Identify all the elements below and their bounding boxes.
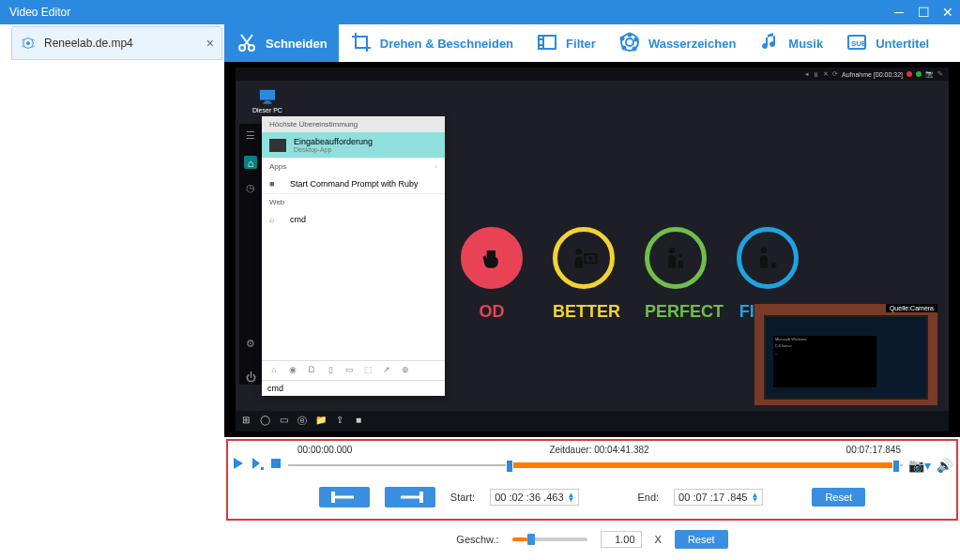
tool-filter-label: Filter (566, 37, 596, 51)
svg-point-17 (575, 249, 582, 255)
svg-point-10 (622, 46, 625, 49)
snapshot-button[interactable]: 📷▾ (908, 458, 931, 473)
tool-subtitle[interactable]: SUB Untertitel (834, 24, 940, 62)
svg-text:SUB: SUB (851, 39, 867, 48)
clock-icon: ◷ (244, 182, 257, 195)
camera-label: Quelle:Camera (886, 304, 937, 312)
scissors-icon (236, 31, 258, 56)
stop-button[interactable] (269, 457, 282, 474)
recorder-topbar: ◂⏸✕⟳ Aufnahme [00:00:32] 📷✎ (236, 68, 949, 81)
speed-row: Geschw.: 1.00 X Reset (224, 530, 960, 549)
power-icon: ⏻ (244, 371, 257, 385)
start-field[interactable]: 00 :02 :36 .463▲▼ (490, 489, 579, 506)
search-cat-web: Web (262, 193, 445, 210)
cmd-icon (269, 139, 286, 152)
filter-icon (536, 31, 558, 56)
tool-subtitle-label: Untertitel (876, 37, 929, 51)
circle-family (645, 227, 707, 289)
titlebar: Video Editor ─ ☐ ✕ (0, 0, 960, 24)
tool-watermark[interactable]: Wasserzeichen (607, 24, 747, 62)
file-icon (20, 37, 37, 50)
file-tab-close[interactable]: × (206, 36, 214, 51)
svg-point-7 (628, 33, 631, 36)
tool-filter[interactable]: Filter (525, 24, 607, 62)
speed-label: Geschw.: (456, 534, 498, 545)
timeline-track[interactable] (288, 460, 903, 471)
handle-end[interactable] (892, 460, 900, 473)
hamburger-icon: ☰ (244, 129, 257, 143)
time-duration: Zeitdauer: 00:04:41.382 (549, 445, 648, 455)
svg-rect-25 (331, 492, 335, 503)
preview-taskbar: ⊞◯▭ⓔ📁⇪■ (236, 411, 949, 431)
tool-cut[interactable]: Schneiden (224, 24, 339, 62)
camera-pip: Quelle:Camera Microsoft WindowsC:\Users>… (754, 304, 937, 405)
spinner-icon[interactable]: ▲▼ (568, 492, 575, 502)
desktop-pc-icon: Dieser PC (252, 88, 282, 114)
svg-point-8 (634, 38, 637, 40)
time-end-label: 00:07:17.845 (846, 445, 901, 455)
volume-button[interactable]: 🔊 (937, 458, 952, 473)
sidebar (0, 62, 224, 560)
svg-rect-15 (265, 101, 269, 103)
maximize-button[interactable]: ☐ (911, 0, 936, 24)
slider-thumb[interactable] (527, 534, 535, 545)
svg-rect-16 (263, 102, 271, 103)
end-label: End: (637, 492, 659, 503)
svg-rect-4 (539, 36, 556, 49)
spinner-icon[interactable]: ▲▼ (752, 492, 759, 502)
search-result-app1: ■ Start Command Prompt with Ruby (262, 174, 445, 193)
search-filter-icons: ⌂◉🗋▯▭⬚↗⊕ (262, 360, 445, 380)
svg-point-19 (588, 257, 592, 261)
start-label: Start: (450, 492, 475, 503)
svg-point-9 (632, 47, 635, 50)
handle-start[interactable] (506, 460, 513, 473)
tool-music[interactable]: Musik (747, 24, 834, 62)
speed-value[interactable]: 1.00 (601, 531, 642, 548)
play-button[interactable] (232, 457, 245, 474)
speed-suffix: X (655, 534, 662, 545)
svg-point-22 (761, 248, 768, 254)
search-result-top: EingabeaufforderungDesktop-App (262, 132, 445, 158)
file-tab-label: Reneelab.de.mp4 (44, 37, 133, 50)
file-tab[interactable]: Reneelab.de.mp4 × (11, 26, 222, 60)
search-cat-apps: Apps› (262, 158, 445, 174)
play-range-button[interactable] (251, 457, 264, 474)
svg-rect-14 (260, 90, 275, 100)
svg-rect-26 (419, 492, 423, 503)
time-start-label: 00:00:00.000 (297, 445, 352, 455)
tool-music-label: Musik (788, 37, 823, 51)
tool-cut-label: Schneiden (266, 37, 328, 51)
set-start-button[interactable] (319, 487, 370, 507)
close-button[interactable]: ✕ (936, 0, 960, 24)
music-icon (758, 31, 781, 56)
circle-person-cat (737, 227, 799, 289)
timeline-panel: 00:00:00.000 Zeitdauer: 00:04:41.382 00:… (226, 439, 958, 521)
minimize-button[interactable]: ─ (887, 0, 911, 24)
app-title: Video Editor (9, 6, 70, 19)
svg-rect-24 (271, 459, 281, 468)
search-result-web1: ⌕ cmd (262, 210, 445, 229)
reset-speed-button[interactable]: Reset (675, 530, 728, 549)
tool-watermark-label: Wasserzeichen (648, 37, 736, 51)
reset-time-button[interactable]: Reset (812, 488, 865, 507)
preview-circles (461, 227, 799, 289)
search-header: Höchste Übereinstimmung (262, 116, 445, 132)
start-leftbar: ☰ ⌂ ◷ ⚙ ⏻ (239, 124, 262, 385)
search-panel: Höchste Übereinstimmung Eingabeaufforder… (262, 116, 445, 396)
rec-label: Aufnahme [00:00:32] (842, 71, 903, 78)
gear-icon: ⚙ (244, 338, 257, 351)
speed-slider[interactable] (512, 537, 587, 541)
set-end-button[interactable] (385, 487, 435, 507)
home-icon: ⌂ (244, 156, 257, 169)
svg-point-20 (669, 248, 676, 254)
svg-rect-23 (261, 467, 264, 470)
circle-person-screen (553, 227, 615, 289)
search-input: cmd (262, 380, 445, 396)
end-field[interactable]: 00 :07 :17 .845▲▼ (674, 489, 763, 506)
tool-rotate[interactable]: Drehen & Beschneiden (339, 24, 525, 62)
tool-rotate-label: Drehen & Beschneiden (380, 37, 513, 51)
crop-icon (350, 31, 373, 56)
svg-point-11 (620, 37, 623, 39)
svg-point-21 (678, 253, 682, 257)
watermark-icon (618, 31, 641, 56)
